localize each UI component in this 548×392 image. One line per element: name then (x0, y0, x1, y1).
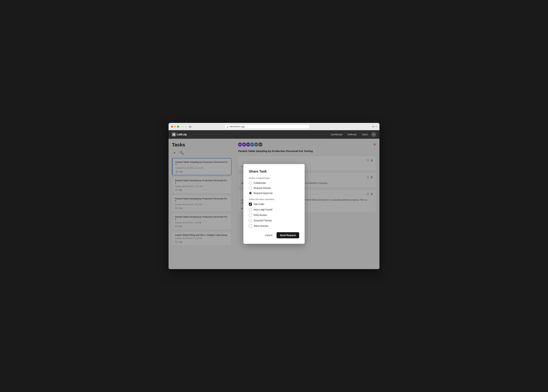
radio-review[interactable]: Request Review (249, 187, 299, 189)
share-task-modal: Share Task Select a request type: Collab… (243, 164, 305, 244)
lock-icon: 🔒 (227, 126, 228, 128)
radio-collaborate-label: Collaborate (254, 182, 266, 184)
nav-tasks[interactable]: Tasks (362, 133, 368, 136)
logo-text: LabLog (177, 133, 187, 136)
team-members-label: Select the team members: (249, 198, 299, 201)
checkbox-saira[interactable]: Saira Hussain (249, 224, 299, 227)
modal-footer: Cancel Send Request (249, 232, 299, 238)
radio-review-input[interactable] (249, 187, 252, 189)
logo: ▣ LabLog (172, 133, 187, 136)
refresh-button[interactable]: ↻ (372, 125, 374, 128)
radio-collaborate-input[interactable] (249, 181, 252, 184)
top-navigation: ▣ LabLog Dashboard Methods Tasks 👤 (169, 130, 379, 139)
address-bar[interactable]: 🔒 labnotebook.app (225, 125, 310, 129)
checkbox-kirby-label: Kirby Buxton (254, 214, 267, 217)
sidebar-toggle-button[interactable]: ⊟ (189, 125, 191, 128)
checkbox-amy-label: Amy-Leigh Farrell (254, 208, 272, 211)
radio-approval[interactable]: Request Approval (249, 192, 299, 195)
nav-methods[interactable]: Methods (348, 133, 357, 136)
radio-approval-label: Request Approval (254, 192, 272, 195)
forward-button[interactable]: › (185, 125, 187, 128)
close-button[interactable] (171, 126, 173, 128)
checkbox-ada-input[interactable] (249, 203, 252, 206)
radio-collaborate[interactable]: Collaborate (249, 181, 299, 184)
checkbox-ada[interactable]: Ada Fuller (249, 203, 299, 206)
checkbox-saira-label: Saira Hussain (254, 224, 268, 227)
back-button[interactable]: ‹ (182, 125, 184, 128)
cancel-button[interactable]: Cancel (263, 232, 275, 238)
checkbox-saira-input[interactable] (249, 224, 252, 227)
maximize-button[interactable] (177, 126, 179, 128)
request-type-group: Collaborate Request Review Request Appro… (249, 181, 299, 195)
checkbox-kirby[interactable]: Kirby Buxton (249, 214, 299, 217)
user-icon: 👤 (372, 133, 375, 136)
checkbox-amy[interactable]: Amy-Leigh Farrell (249, 208, 299, 211)
checkbox-krzy[interactable]: Krzysztof Tierney (249, 219, 299, 222)
radio-approval-input[interactable] (249, 192, 252, 195)
checkbox-amy-input[interactable] (249, 208, 252, 211)
checkbox-krzy-label: Krzysztof Tierney (254, 219, 272, 222)
team-members-group: Ada Fuller Amy-Leigh Farrell Kirby Buxto… (249, 203, 299, 227)
nav-links: Dashboard Methods Tasks (331, 133, 368, 136)
page-content: Tasks + 🔍 Packed Tablet Sampling by Prod… (169, 139, 379, 269)
modal-overlay[interactable]: Share Task Select a request type: Collab… (169, 139, 379, 269)
checkbox-kirby-input[interactable] (249, 214, 252, 217)
modal-title: Share Task (249, 169, 299, 173)
url-text: labnotebook.app (230, 126, 245, 128)
traffic-lights (171, 126, 179, 128)
logo-icon: ▣ (172, 133, 176, 136)
checkbox-ada-label: Ada Fuller (254, 203, 264, 205)
user-avatar[interactable]: 👤 (371, 132, 376, 137)
nav-dashboard[interactable]: Dashboard (331, 133, 342, 136)
new-tab-button[interactable]: + (376, 125, 377, 128)
send-request-button[interactable]: Send Request (277, 232, 299, 238)
radio-review-label: Request Review (254, 187, 271, 189)
minimize-button[interactable] (174, 126, 176, 128)
request-type-label: Select a request type: (249, 177, 299, 179)
checkbox-krzy-input[interactable] (249, 219, 252, 222)
